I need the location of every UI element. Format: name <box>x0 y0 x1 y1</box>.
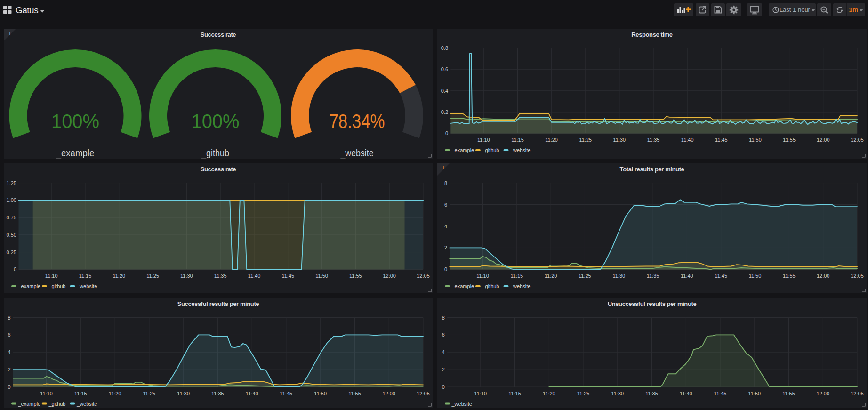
svg-text:2: 2 <box>444 245 447 250</box>
svg-text:11:35: 11:35 <box>645 391 658 396</box>
svg-text:12:05: 12:05 <box>851 137 864 143</box>
svg-text:11:25: 11:25 <box>577 391 590 396</box>
svg-text:0.4: 0.4 <box>441 88 448 94</box>
svg-text:11:30: 11:30 <box>612 273 625 279</box>
svg-text:11:55: 11:55 <box>349 273 362 279</box>
svg-text:11:30: 11:30 <box>177 391 190 396</box>
svg-text:11:50: 11:50 <box>748 391 761 396</box>
svg-text:11:25: 11:25 <box>579 273 591 279</box>
svg-text:11:15: 11:15 <box>508 391 521 396</box>
svg-text:12:00: 12:00 <box>383 273 396 279</box>
svg-text:6: 6 <box>444 202 447 208</box>
svg-text:11:20: 11:20 <box>545 273 557 279</box>
svg-text:11:15: 11:15 <box>79 273 92 279</box>
svg-text:_example: _example <box>56 148 95 159</box>
svg-text:_example: _example <box>451 283 474 289</box>
svg-text:11:45: 11:45 <box>280 391 293 396</box>
svg-text:8: 8 <box>8 315 10 321</box>
svg-text:2: 2 <box>442 367 445 372</box>
svg-text:11:55: 11:55 <box>782 391 795 396</box>
svg-text:_example: _example <box>18 283 41 289</box>
svg-text:_github: _github <box>482 147 499 153</box>
svg-text:6: 6 <box>8 332 10 338</box>
svg-text:_website: _website <box>510 283 530 289</box>
svg-text:2: 2 <box>8 367 10 372</box>
svg-text:11:50: 11:50 <box>314 391 327 396</box>
svg-text:0.75: 0.75 <box>7 215 16 220</box>
svg-text:_website: _website <box>510 147 530 153</box>
svg-text:0.2: 0.2 <box>441 109 448 115</box>
svg-text:_github: _github <box>48 283 65 289</box>
svg-text:11:40: 11:40 <box>248 273 261 279</box>
svg-text:_website: _website <box>340 148 374 159</box>
svg-text:_github: _github <box>482 283 499 289</box>
svg-text:100%: 100% <box>51 110 99 132</box>
svg-text:11:25: 11:25 <box>143 391 156 396</box>
svg-text:4: 4 <box>8 349 10 355</box>
svg-text:12:00: 12:00 <box>817 391 830 396</box>
svg-text:11:45: 11:45 <box>714 391 727 396</box>
svg-text:11:45: 11:45 <box>281 273 294 279</box>
svg-text:i: i <box>9 31 11 36</box>
svg-text:_example: _example <box>451 147 474 153</box>
svg-text:4: 4 <box>444 224 447 229</box>
svg-text:0: 0 <box>445 130 448 136</box>
svg-text:11:45: 11:45 <box>715 137 728 143</box>
svg-text:8: 8 <box>444 180 447 186</box>
svg-text:11:35: 11:35 <box>647 137 660 143</box>
svg-text:_example: _example <box>18 401 41 407</box>
svg-text:11:35: 11:35 <box>211 391 224 396</box>
svg-text:11:40: 11:40 <box>246 391 258 396</box>
svg-text:11:55: 11:55 <box>783 137 796 143</box>
svg-text:_github: _github <box>48 401 65 407</box>
svg-text:11:50: 11:50 <box>749 273 762 279</box>
svg-text:0.25: 0.25 <box>7 249 16 255</box>
svg-text:11:30: 11:30 <box>611 391 624 396</box>
svg-text:i: i <box>443 166 444 170</box>
svg-text:11:10: 11:10 <box>45 273 58 279</box>
svg-text:_github: _github <box>201 148 229 159</box>
svg-text:11:20: 11:20 <box>543 391 555 396</box>
svg-text:78.34%: 78.34% <box>330 110 385 132</box>
svg-text:12:05: 12:05 <box>417 391 430 396</box>
svg-text:0: 0 <box>442 384 445 390</box>
svg-text:11:25: 11:25 <box>579 137 592 143</box>
svg-text:11:30: 11:30 <box>613 137 626 143</box>
svg-text:100%: 100% <box>192 110 240 132</box>
svg-text:4: 4 <box>442 349 445 355</box>
svg-text:0.6: 0.6 <box>441 66 448 72</box>
svg-text:11:15: 11:15 <box>74 391 87 396</box>
svg-text:1.25: 1.25 <box>7 180 16 186</box>
svg-text:11:20: 11:20 <box>109 391 121 396</box>
svg-text:0: 0 <box>14 266 16 272</box>
svg-text:6: 6 <box>442 332 445 338</box>
svg-text:12:05: 12:05 <box>851 391 864 396</box>
svg-text:8: 8 <box>442 315 445 321</box>
svg-text:12:05: 12:05 <box>851 273 864 279</box>
svg-text:_website: _website <box>76 401 97 407</box>
svg-text:0: 0 <box>444 266 447 272</box>
svg-text:11:35: 11:35 <box>214 273 227 279</box>
svg-text:11:10: 11:10 <box>474 391 487 396</box>
svg-text:11:45: 11:45 <box>715 273 727 279</box>
svg-text:12:00: 12:00 <box>817 273 830 279</box>
svg-text:11:40: 11:40 <box>681 137 694 143</box>
svg-text:11:50: 11:50 <box>749 137 762 143</box>
svg-text:11:15: 11:15 <box>511 137 524 143</box>
svg-text:0.8: 0.8 <box>441 45 448 51</box>
svg-text:12:00: 12:00 <box>382 391 395 396</box>
svg-text:0.50: 0.50 <box>7 232 16 238</box>
svg-text:0: 0 <box>8 384 10 390</box>
svg-text:11:10: 11:10 <box>476 273 489 279</box>
svg-text:11:35: 11:35 <box>647 273 659 279</box>
svg-text:_website: _website <box>451 401 472 407</box>
svg-text:11:40: 11:40 <box>680 391 692 396</box>
svg-text:11:55: 11:55 <box>348 391 361 396</box>
svg-text:11:25: 11:25 <box>146 273 159 279</box>
svg-text:11:55: 11:55 <box>783 273 796 279</box>
svg-text:11:10: 11:10 <box>40 391 53 396</box>
svg-text:12:05: 12:05 <box>417 273 430 279</box>
svg-text:11:40: 11:40 <box>681 273 693 279</box>
svg-text:11:15: 11:15 <box>510 273 523 279</box>
svg-text:11:20: 11:20 <box>113 273 125 279</box>
